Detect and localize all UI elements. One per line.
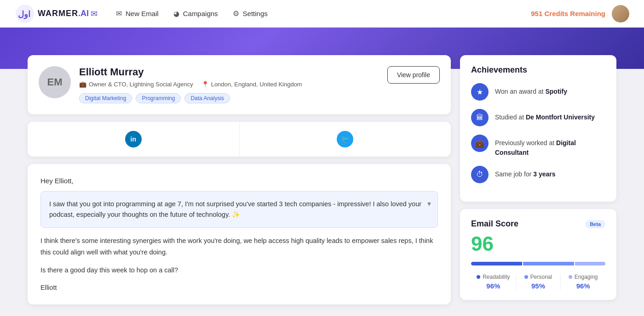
twitter-icon: 🐦 — [337, 131, 353, 147]
achievement-same-pre: Same job for — [495, 170, 533, 178]
work-icon: 💼 — [471, 135, 489, 152]
achievements-title: Achievements — [471, 65, 605, 75]
profile-meta: 💼 Owner & CTO, Lightning Social Agency 📍… — [79, 81, 379, 88]
readability-bar — [471, 262, 522, 265]
metric-engaging: Engaging 96% — [560, 274, 605, 290]
location-text: London, England, United Kingdom — [211, 81, 302, 88]
campaigns-icon: ◕ — [173, 10, 179, 18]
linkedin-letter: in — [131, 135, 136, 143]
twitter-bird: 🐦 — [341, 135, 350, 143]
campaigns-label: Campaigns — [183, 10, 218, 17]
achievement-spotify-text: Won an award at Spotify — [495, 83, 567, 96]
email-highlight-text: I saw that you got into programming at a… — [49, 200, 421, 218]
profile-avatar: EM — [39, 66, 71, 98]
achievement-previous-job: 💼 Previously worked at Digital Consultan… — [471, 135, 605, 158]
settings-icon: ⚙ — [233, 9, 239, 18]
email-paragraph-1: I think there's some interesting synergi… — [40, 235, 438, 258]
metric-personal: Personal 95% — [516, 274, 561, 290]
email-compose-card: Hey Elliott, I saw that you got into pro… — [28, 164, 451, 305]
email-score-card: Email Score Beta 96 Readability 96% — [460, 209, 616, 300]
readability-dot — [477, 275, 480, 279]
achievement-previous-pre: Previously worked at — [495, 139, 556, 147]
achievement-previous-job-text: Previously worked at Digital Consultant — [495, 135, 605, 158]
main-layout: EM Elliott Murray 💼 Owner & CTO, Lightni… — [0, 55, 644, 316]
settings-label: Settings — [243, 10, 268, 17]
navbar: اول WARMER.AI ✉ ✉ New Email ◕ Campaigns … — [0, 0, 644, 28]
job-title: Owner & CTO, Lightning Social Agency — [89, 81, 193, 88]
profile-card: EM Elliott Murray 💼 Owner & CTO, Lightni… — [28, 55, 451, 114]
engaging-label: Engaging — [561, 274, 605, 280]
email-body: I think there's some interesting synergi… — [40, 235, 438, 293]
email-highlight-box[interactable]: I saw that you got into programming at a… — [40, 191, 438, 228]
achievement-spotify: ★ Won an award at Spotify — [471, 83, 605, 101]
credits-remaining: 951 Credits Remaining — [531, 10, 605, 17]
left-column: EM Elliott Murray 💼 Owner & CTO, Lightni… — [28, 55, 451, 305]
tag-digital-marketing: Digital Marketing — [79, 93, 132, 103]
new-email-nav[interactable]: ✉ New Email — [116, 9, 159, 18]
clock-icon: ⏱ — [471, 166, 489, 183]
twitter-link[interactable]: 🐦 — [240, 122, 451, 157]
logo-ai-text: .AI — [78, 9, 89, 18]
award-icon: ★ — [471, 83, 489, 101]
beta-badge: Beta — [585, 220, 605, 228]
profile-initials: EM — [47, 76, 63, 88]
email-greeting: Hey Elliott, — [40, 177, 438, 185]
logo-icon: اول — [15, 4, 35, 24]
logo-warmer-text: WARMER — [38, 9, 78, 18]
score-title: Email Score — [471, 219, 518, 229]
engaging-value: 96% — [561, 282, 605, 290]
achievement-university-text: Studied at De Montfort University — [495, 109, 595, 122]
email-signature: Elliott — [40, 282, 438, 293]
tag-programming: Programming — [136, 93, 181, 103]
personal-bar — [523, 262, 574, 265]
achievement-same-job: ⏱ Same job for 3 years — [471, 166, 605, 183]
achievement-university: 🏛 Studied at De Montfort University — [471, 109, 605, 126]
achievement-university-bold: De Montfort University — [526, 113, 595, 121]
new-email-label: New Email — [126, 10, 159, 17]
readability-value: 96% — [471, 282, 516, 290]
personal-value: 95% — [516, 282, 561, 290]
achievements-card: Achievements ★ Won an award at Spotify 🏛… — [460, 55, 616, 202]
profile-location: 📍 London, England, United Kingdom — [201, 81, 302, 88]
score-metrics: Readability 96% Personal 95% Engaging — [471, 274, 605, 290]
profile-info: Elliott Murray 💼 Owner & CTO, Lightning … — [79, 66, 379, 103]
linkedin-icon: in — [125, 131, 142, 147]
achievement-university-pre: Studied at — [495, 113, 526, 121]
email-paragraph-2: Is there a good day this week to hop on … — [40, 265, 438, 276]
readability-label: Readability — [471, 274, 516, 280]
logo-email-icon: ✉ — [91, 9, 98, 19]
engaging-bar — [575, 262, 605, 265]
achievement-spotify-bold: Spotify — [545, 88, 567, 95]
metric-readability: Readability 96% — [471, 274, 516, 290]
user-avatar[interactable] — [612, 5, 629, 23]
briefcase-icon: 💼 — [79, 81, 86, 88]
achievement-spotify-pre: Won an award at — [495, 88, 545, 95]
score-bar — [471, 262, 605, 265]
social-links-card: in 🐦 — [28, 122, 451, 157]
campaigns-nav[interactable]: ◕ Campaigns — [173, 10, 218, 18]
new-email-icon: ✉ — [116, 9, 122, 18]
personal-dot — [524, 275, 528, 279]
score-header: Email Score Beta — [471, 219, 605, 229]
svg-text:اول: اول — [18, 10, 30, 19]
profile-tags: Digital Marketing Programming Data Analy… — [79, 93, 379, 103]
nav-links: ✉ New Email ◕ Campaigns ⚙ Settings — [116, 9, 531, 18]
profile-header: EM Elliott Murray 💼 Owner & CTO, Lightni… — [39, 66, 440, 103]
avatar-image — [612, 5, 629, 23]
achievement-same-job-text: Same job for 3 years — [495, 166, 556, 179]
profile-job: 💼 Owner & CTO, Lightning Social Agency — [79, 81, 193, 88]
settings-nav[interactable]: ⚙ Settings — [233, 9, 268, 18]
expand-icon[interactable]: ▾ — [427, 198, 431, 210]
view-profile-button[interactable]: View profile — [387, 66, 440, 84]
achievement-same-bold: 3 years — [533, 170, 555, 178]
location-icon: 📍 — [201, 81, 209, 88]
tag-data-analysis: Data Analysis — [184, 93, 230, 103]
university-icon: 🏛 — [471, 109, 489, 126]
right-column: Achievements ★ Won an award at Spotify 🏛… — [460, 55, 616, 305]
personal-label: Personal — [516, 274, 561, 280]
score-number: 96 — [471, 232, 605, 255]
linkedin-link[interactable]: in — [28, 122, 239, 157]
nav-right: 951 Credits Remaining — [531, 5, 629, 23]
profile-name: Elliott Murray — [79, 66, 379, 78]
logo[interactable]: اول WARMER.AI ✉ — [15, 4, 98, 24]
